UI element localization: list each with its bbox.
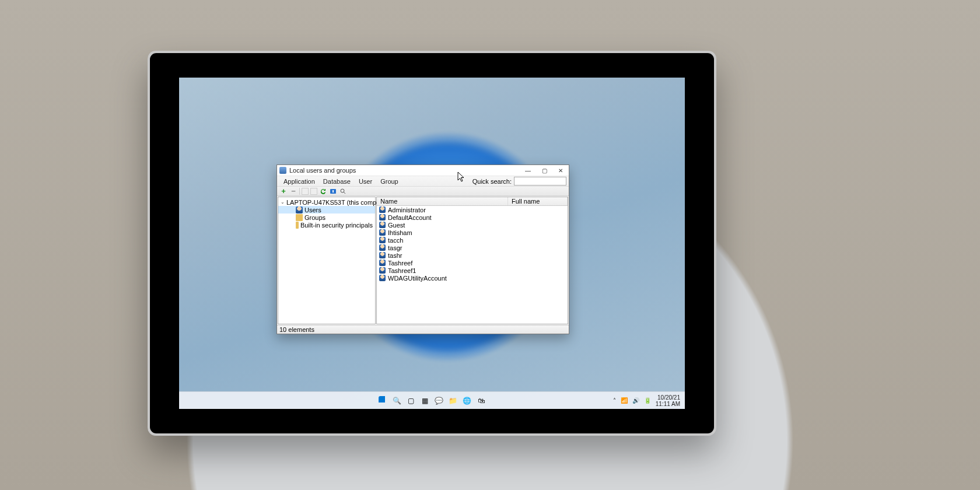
folder-icon: [296, 222, 299, 229]
row-name: Tashreef1: [388, 267, 416, 274]
edge-icon[interactable]: 🌐: [461, 395, 473, 407]
clock-time: 11:11 AM: [656, 401, 680, 407]
find-button[interactable]: [339, 187, 347, 195]
list-row[interactable]: tashr: [377, 251, 568, 259]
list-row[interactable]: tacch: [377, 236, 568, 244]
mouse-cursor: [457, 172, 466, 183]
list-row[interactable]: tasgr: [377, 244, 568, 251]
user-icon: [379, 252, 386, 258]
menu-application[interactable]: Application: [279, 177, 319, 186]
quick-search-label: Quick search:: [473, 178, 514, 185]
tablet-device: Local users and groups — ▢ ✕ Application…: [148, 51, 716, 436]
toolbar-separator: [299, 188, 300, 195]
close-button[interactable]: ✕: [552, 165, 569, 176]
menu-group[interactable]: Group: [376, 177, 402, 186]
list-header: Name Full name: [377, 197, 568, 206]
tree-groups-label: Groups: [304, 214, 326, 221]
row-name: Administrator: [388, 206, 426, 214]
volume-icon[interactable]: 🔊: [632, 397, 639, 404]
menu-database[interactable]: Database: [319, 177, 355, 186]
quick-search-input[interactable]: [514, 177, 566, 186]
svg-point-1: [341, 189, 344, 192]
refresh-button[interactable]: [319, 187, 327, 195]
user-icon: [379, 260, 386, 266]
user-icon: [379, 237, 386, 243]
search-icon[interactable]: 🔍: [391, 395, 403, 407]
row-name: tasgr: [388, 244, 402, 251]
menu-user[interactable]: User: [355, 177, 376, 186]
client-area: ⌄ LAPTOP-U47KS53T (this computer) Users …: [277, 196, 569, 325]
window-title: Local users and groups: [289, 167, 520, 174]
tray-chevron-icon[interactable]: ˄: [613, 397, 616, 404]
svg-line-2: [344, 192, 345, 194]
chat-icon[interactable]: 💬: [433, 395, 445, 407]
taskbar-center: 🔍▢▦💬📁🌐🛍: [377, 395, 487, 407]
start-icon[interactable]: [379, 396, 388, 405]
row-name: tacch: [388, 237, 403, 244]
tree-root-label: LAPTOP-U47KS53T (this computer): [286, 199, 390, 206]
row-name: tashr: [388, 252, 402, 259]
app-icon: [279, 167, 286, 174]
user-icon: [296, 206, 303, 214]
list-pane[interactable]: Name Full name AdministratorDefaultAccou…: [376, 197, 568, 324]
tablet-bezel: Local users and groups — ▢ ✕ Application…: [150, 53, 714, 433]
local-users-groups-window[interactable]: Local users and groups — ▢ ✕ Application…: [276, 164, 569, 334]
clock-date: 10/20/21: [656, 394, 680, 401]
export-button[interactable]: [329, 187, 337, 195]
explorer-icon[interactable]: 📁: [447, 395, 459, 407]
add-button[interactable]: +: [279, 187, 288, 195]
list-row[interactable]: Ihtisham: [377, 229, 568, 236]
toolbar: + −: [277, 186, 569, 196]
store-icon[interactable]: 🛍: [475, 395, 487, 407]
widgets-icon[interactable]: ▦: [419, 395, 431, 407]
desktop-screen[interactable]: Local users and groups — ▢ ✕ Application…: [179, 78, 685, 409]
taskbar[interactable]: 🔍▢▦💬📁🌐🛍 ˄ 📶 🔊 🔋 10/20/21 11:11 AM: [179, 391, 685, 409]
system-tray[interactable]: ˄ 📶 🔊 🔋 10/20/21 11:11 AM: [613, 394, 680, 407]
tree-root[interactable]: ⌄ LAPTOP-U47KS53T (this computer): [278, 198, 375, 206]
maximize-button[interactable]: ▢: [536, 165, 552, 176]
tree-pane[interactable]: ⌄ LAPTOP-U47KS53T (this computer) Users …: [278, 197, 376, 324]
list-body: AdministratorDefaultAccountGuestIhtisham…: [377, 206, 568, 324]
wifi-icon[interactable]: 📶: [621, 397, 628, 404]
tree-users-label: Users: [304, 206, 321, 214]
row-name: Guest: [388, 222, 405, 229]
user-icon: [379, 244, 386, 251]
row-name: Ihtisham: [388, 229, 412, 236]
user-icon: [379, 222, 386, 228]
user-icon: [379, 267, 386, 274]
list-row[interactable]: Tashreef: [377, 259, 568, 267]
column-name[interactable]: Name: [377, 197, 508, 205]
expander-icon[interactable]: ⌄: [281, 200, 285, 205]
battery-icon[interactable]: 🔋: [644, 397, 651, 404]
user-icon: [379, 275, 386, 281]
minimize-button[interactable]: —: [520, 165, 536, 176]
user-icon: [379, 229, 386, 236]
user-icon: [379, 214, 386, 220]
list-row[interactable]: WDAGUtilityAccount: [377, 274, 568, 282]
row-name: WDAGUtilityAccount: [388, 275, 447, 282]
remove-button[interactable]: −: [289, 187, 298, 195]
user-icon: [379, 206, 386, 213]
list-row[interactable]: Administrator: [377, 206, 568, 214]
row-name: DefaultAccount: [388, 214, 432, 221]
status-text: 10 elements: [279, 326, 314, 333]
clock[interactable]: 10/20/21 11:11 AM: [656, 394, 680, 407]
tree-builtin[interactable]: Built-in security principals: [278, 221, 375, 229]
tree-builtin-label: Built-in security principals: [300, 222, 373, 229]
menubar: Application Database User Group Quick se…: [277, 176, 569, 186]
copy-button[interactable]: [302, 188, 309, 195]
task-view-icon[interactable]: ▢: [405, 395, 417, 407]
list-row[interactable]: Guest: [377, 221, 568, 229]
statusbar: 10 elements: [277, 325, 569, 334]
row-name: Tashreef: [388, 260, 412, 267]
column-fullname[interactable]: Full name: [508, 197, 568, 205]
tree-users[interactable]: Users: [278, 206, 375, 214]
window-titlebar[interactable]: Local users and groups — ▢ ✕: [277, 165, 569, 176]
list-row[interactable]: DefaultAccount: [377, 214, 568, 221]
tree-groups[interactable]: Groups: [278, 214, 375, 221]
group-icon: [296, 214, 303, 221]
paste-button[interactable]: [310, 188, 317, 195]
list-row[interactable]: Tashreef1: [377, 267, 568, 274]
